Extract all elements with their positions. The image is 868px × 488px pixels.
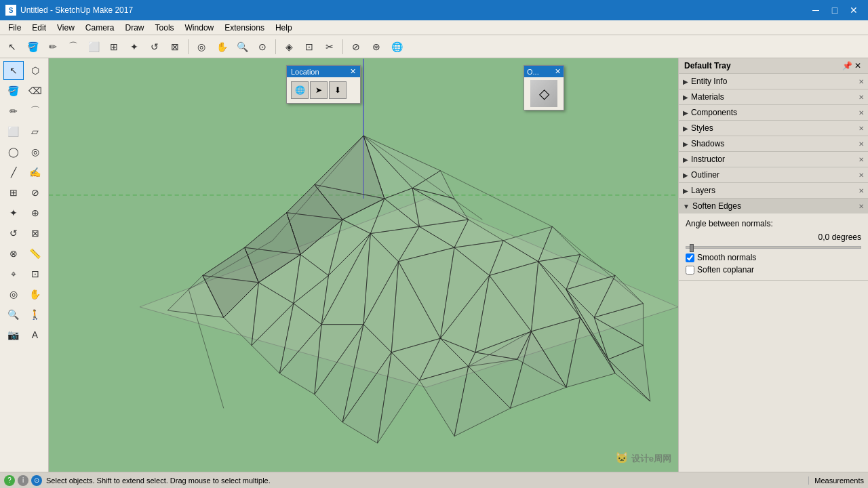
- menu-item-edit[interactable]: Edit: [26, 22, 52, 34]
- offset-lt-button[interactable]: ⊗: [3, 244, 24, 263]
- components-close[interactable]: ✕: [859, 109, 864, 117]
- menu-item-file[interactable]: File: [3, 22, 26, 34]
- orbit-lt-button[interactable]: ◎: [3, 285, 24, 304]
- minimize-button[interactable]: ─: [807, 3, 825, 17]
- circle-lt-button[interactable]: ◯: [3, 142, 24, 161]
- materials-left: ▶ Materials: [683, 92, 724, 102]
- shadows-header[interactable]: ▶ Shadows ✕: [679, 136, 868, 151]
- components-header[interactable]: ▶ Components ✕: [679, 105, 868, 120]
- pushpull-lt-button[interactable]: ⊞: [3, 183, 24, 202]
- zoom-extents-button[interactable]: ⊙: [253, 38, 272, 56]
- shadows-close[interactable]: ✕: [859, 140, 864, 148]
- measure-lt-button[interactable]: 📏: [25, 244, 45, 263]
- angle-slider-track[interactable]: [686, 246, 861, 249]
- ellipse-lt-button[interactable]: ◎: [25, 142, 45, 161]
- instructor-header[interactable]: ▶ Instructor ✕: [679, 152, 868, 167]
- entity-info-header[interactable]: ▶ Entity Info ✕: [679, 74, 868, 89]
- o-close-button[interactable]: ✕: [555, 67, 561, 76]
- move-lt-button[interactable]: ✦: [3, 203, 24, 222]
- layers-header[interactable]: ▶ Layers ✕: [679, 183, 868, 198]
- select-lt-button[interactable]: ↖: [3, 61, 24, 80]
- entity-info-close[interactable]: ✕: [859, 78, 864, 85]
- freehand-lt-button[interactable]: ✍: [25, 163, 45, 182]
- lt-row-11: ⌖ ⊡: [1, 264, 47, 283]
- orbit-button[interactable]: ◎: [192, 38, 211, 56]
- menu-item-draw[interactable]: Draw: [120, 22, 150, 34]
- styles-close[interactable]: ✕: [859, 125, 864, 132]
- space-lt-button[interactable]: ⬡: [25, 61, 45, 80]
- pan-button[interactable]: ✋: [212, 38, 231, 56]
- select-tool-button[interactable]: ↖: [3, 38, 22, 56]
- sandbox-button[interactable]: ⊛: [367, 38, 386, 56]
- status-icon-3[interactable]: ⊙: [31, 475, 42, 486]
- polygon-lt-button[interactable]: ▱: [25, 122, 45, 141]
- location-close-button[interactable]: ✕: [350, 67, 356, 76]
- status-icon-2[interactable]: i: [18, 475, 28, 486]
- angle-slider-thumb[interactable]: [690, 244, 694, 252]
- entity-info-arrow: ▶: [683, 78, 688, 85]
- text-lt-button[interactable]: A: [25, 325, 45, 344]
- group-button[interactable]: ⊡: [300, 38, 319, 56]
- smooth-normals-checkbox[interactable]: [686, 253, 694, 262]
- follow-me-button[interactable]: ⊘: [347, 38, 366, 56]
- menu-item-tools[interactable]: Tools: [150, 22, 180, 34]
- menu-item-camera[interactable]: Camera: [80, 22, 120, 34]
- erase-lt-button[interactable]: ⌫: [25, 81, 45, 100]
- outliner-header[interactable]: ▶ Outliner ✕: [679, 167, 868, 182]
- zoom-button[interactable]: 🔍: [233, 38, 252, 56]
- shape-button[interactable]: ⬜: [84, 38, 103, 56]
- soften-edges-close[interactable]: ✕: [859, 203, 864, 210]
- pan-lt-button[interactable]: ✋: [25, 285, 45, 304]
- outliner-arrow: ▶: [683, 171, 688, 179]
- materials-header[interactable]: ▶ Materials ✕: [679, 89, 868, 104]
- status-icon-1[interactable]: ?: [4, 475, 15, 486]
- paint-button[interactable]: 🪣: [23, 38, 42, 56]
- pencil-lt-button[interactable]: ✏: [3, 102, 24, 121]
- viewport[interactable]: Location ✕ 🌐 ➤ ⬇ O... ✕ ◇ 🐱 设计e周网: [49, 58, 678, 472]
- layers-close[interactable]: ✕: [859, 187, 864, 195]
- menu-item-help[interactable]: Help: [270, 22, 298, 34]
- arc-button[interactable]: ⌒: [64, 38, 83, 56]
- geo-button[interactable]: 🌐: [387, 38, 406, 56]
- soften-coplanar-row: Soften coplanar: [686, 265, 861, 274]
- position-camera-lt-button[interactable]: 📷: [3, 325, 24, 344]
- menu-item-window[interactable]: Window: [180, 22, 220, 34]
- location-btn-3[interactable]: ⬇: [329, 81, 347, 99]
- menu-item-extensions[interactable]: Extensions: [219, 22, 270, 34]
- protractor-lt-button[interactable]: ⊡: [25, 264, 45, 283]
- push-pull-button[interactable]: ⊞: [104, 38, 123, 56]
- followme-lt-button[interactable]: ⊘: [25, 183, 45, 202]
- component-button[interactable]: ◈: [279, 38, 298, 56]
- section-plane-button[interactable]: ✂: [320, 38, 339, 56]
- move-button[interactable]: ✦: [125, 38, 144, 56]
- menu-item-view[interactable]: View: [52, 22, 80, 34]
- line-lt-button[interactable]: ╱: [3, 163, 24, 182]
- soften-edges-header[interactable]: ▼ Soften Edges ✕: [679, 199, 868, 214]
- location-btn-1[interactable]: 🌐: [291, 81, 309, 99]
- rotate-button[interactable]: ↺: [145, 38, 164, 56]
- styles-header[interactable]: ▶ Styles ✕: [679, 121, 868, 136]
- paint-lt-button[interactable]: 🪣: [3, 81, 24, 100]
- arc-lt-button[interactable]: ⌒: [25, 102, 45, 121]
- soften-coplanar-checkbox[interactable]: [686, 266, 694, 274]
- layers-arrow: ▶: [683, 187, 688, 195]
- scale-button[interactable]: ⊠: [165, 38, 184, 56]
- instructor-close[interactable]: ✕: [859, 156, 864, 163]
- rotate-lt-button[interactable]: ↺: [3, 224, 24, 243]
- tape-lt-button[interactable]: ⌖: [3, 264, 24, 283]
- copy-lt-button[interactable]: ⊕: [25, 203, 45, 222]
- soften-edges-title: Soften Edges: [692, 201, 741, 211]
- scale-lt-button[interactable]: ⊠: [25, 224, 45, 243]
- outliner-close[interactable]: ✕: [859, 171, 864, 179]
- walk-lt-button[interactable]: 🚶: [25, 305, 45, 324]
- panel-pin-button[interactable]: 📌: [842, 61, 852, 70]
- zoom-lt-button[interactable]: 🔍: [3, 305, 24, 324]
- entity-info-title: Entity Info: [691, 77, 727, 86]
- rect-lt-button[interactable]: ⬜: [3, 122, 24, 141]
- close-button[interactable]: ✕: [845, 3, 863, 17]
- pencil-button[interactable]: ✏: [43, 38, 62, 56]
- panel-close-button[interactable]: ✕: [853, 61, 863, 70]
- materials-close[interactable]: ✕: [859, 94, 864, 101]
- maximize-button[interactable]: □: [826, 3, 844, 17]
- location-btn-2[interactable]: ➤: [310, 81, 328, 99]
